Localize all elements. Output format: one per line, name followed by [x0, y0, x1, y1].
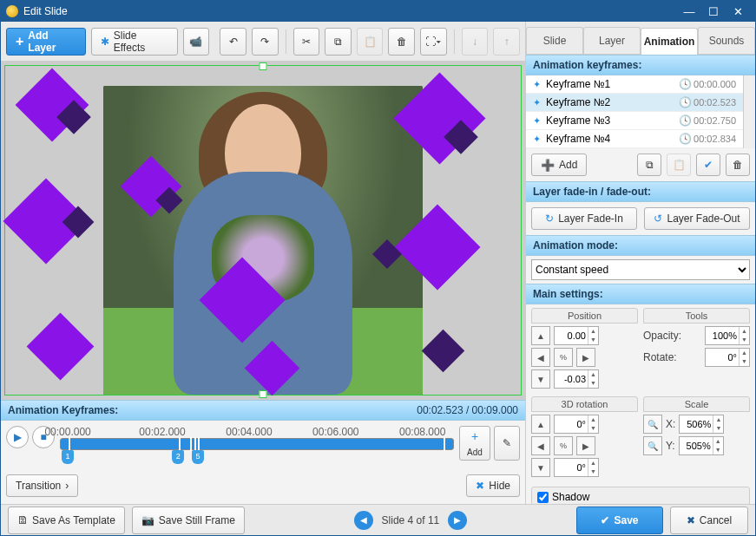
- main-settings-header: Main settings:: [526, 284, 755, 304]
- trash-icon: 🗑: [397, 36, 407, 48]
- rotate-input[interactable]: ▲▼: [705, 348, 750, 367]
- redo-icon: ↷: [260, 36, 269, 48]
- anim-mode-select[interactable]: Constant speed: [531, 259, 750, 280]
- save-still-button[interactable]: 📷Save Still Frame: [132, 507, 245, 534]
- paste-button[interactable]: 📋: [357, 28, 384, 56]
- maximize-button[interactable]: ☐: [701, 5, 726, 18]
- add-layer-button[interactable]: + Add Layer: [6, 28, 86, 56]
- prev-slide-button[interactable]: ◀: [354, 511, 373, 530]
- close-icon: ✖: [476, 480, 484, 492]
- minimize-button[interactable]: —: [677, 5, 701, 18]
- fullscreen-button[interactable]: ⛶▾: [420, 28, 447, 56]
- save-still-label: Save Still Frame: [159, 514, 235, 526]
- paste-icon: 📋: [673, 159, 686, 171]
- camera-button[interactable]: 📹: [183, 28, 210, 56]
- cancel-button[interactable]: ✖Cancel: [670, 507, 748, 534]
- tools-group: Tools: [643, 308, 750, 324]
- next-slide-button[interactable]: ▶: [448, 511, 467, 530]
- tab-animation[interactable]: Animation: [641, 28, 698, 55]
- keyframe-add-button[interactable]: ➕ Add: [531, 154, 587, 176]
- move-up-button[interactable]: ↑: [493, 28, 520, 56]
- timeline[interactable]: 00:00.000 00:02.000 00:04.000 00:06.000 …: [60, 426, 454, 466]
- keyframe-time: 🕓00:02.834: [679, 133, 736, 145]
- rot3d-right-button[interactable]: ▶: [576, 436, 595, 455]
- right-tabs: Slide Layer Animation Sounds: [526, 22, 755, 55]
- clock-icon: 🕓: [679, 133, 692, 145]
- timeline-add-button[interactable]: + Add: [459, 426, 490, 461]
- keyframe-delete-button[interactable]: 🗑: [726, 154, 750, 176]
- keyframe-marker[interactable]: 1: [62, 450, 74, 464]
- keyframe-marker[interactable]: 5: [192, 450, 204, 464]
- transition-label: Transition: [16, 480, 61, 492]
- keyframe-row[interactable]: ✦Keyframe №2🕓00:02.523: [526, 94, 743, 112]
- timeline-edit-button[interactable]: ✎: [494, 426, 520, 461]
- tab-sounds[interactable]: Sounds: [698, 27, 755, 54]
- rotate-label: Rotate:: [643, 351, 677, 363]
- nudge-left-button[interactable]: ◀: [531, 348, 550, 367]
- tab-slide[interactable]: Slide: [526, 27, 583, 54]
- cut-button[interactable]: ✂: [293, 28, 320, 56]
- shape-diamond[interactable]: [422, 330, 464, 372]
- rot3d-center-button[interactable]: %: [554, 436, 573, 455]
- scale-x-label: X:: [666, 418, 675, 430]
- pos-y-input[interactable]: ▲▼: [554, 369, 599, 389]
- keyframe-name: Keyframe №4: [546, 133, 610, 145]
- fade-in-icon: ↻: [545, 212, 554, 225]
- close-button[interactable]: ✕: [726, 5, 750, 18]
- opacity-label: Opacity:: [643, 330, 681, 342]
- paste-icon: 📋: [364, 36, 377, 48]
- save-label: Save: [614, 514, 638, 526]
- slide-effects-label: Slide Effects: [114, 29, 168, 54]
- scale-x-input[interactable]: ▲▼: [679, 415, 724, 434]
- slide-effects-button[interactable]: ✱ Slide Effects: [91, 28, 178, 56]
- redo-button[interactable]: ↷: [252, 28, 279, 56]
- shadow-checkbox[interactable]: [537, 492, 549, 503]
- shape-diamond[interactable]: [26, 312, 94, 380]
- keyframe-brush-button[interactable]: ✔: [696, 154, 720, 176]
- ruler-tick: 00:02.000: [139, 426, 185, 438]
- keyframe-copy-button[interactable]: ⧉: [637, 154, 661, 176]
- nudge-right-button[interactable]: ▶: [576, 348, 595, 367]
- timeline-track[interactable]: [60, 438, 454, 450]
- rot3d-a-input[interactable]: ▲▼: [554, 415, 599, 434]
- copy-button[interactable]: ⧉: [325, 28, 352, 56]
- plus-icon: +: [471, 429, 478, 443]
- pos-x-input[interactable]: ▲▼: [554, 326, 599, 345]
- hide-button[interactable]: ✖ Hide: [466, 474, 520, 497]
- keyframe-row[interactable]: ✦Keyframe №4🕓00:02.834: [526, 130, 743, 148]
- save-template-button[interactable]: 🖺Save As Template: [8, 507, 125, 534]
- delete-button[interactable]: 🗑: [388, 28, 415, 56]
- play-icon: ▶: [14, 431, 22, 443]
- nudge-down-button[interactable]: ▼: [531, 369, 550, 389]
- scale-y-input[interactable]: ▲▼: [679, 436, 724, 455]
- tab-layer[interactable]: Layer: [583, 27, 641, 54]
- x-icon: ✖: [687, 514, 695, 526]
- canvas[interactable]: [1, 62, 525, 399]
- scale-group: Scale: [643, 396, 750, 412]
- zoom-in-button[interactable]: 🔍: [643, 415, 662, 434]
- zoom-out-button[interactable]: 🔍: [643, 436, 662, 455]
- keyframe-row[interactable]: ✦Keyframe №3🕓00:02.750: [526, 112, 743, 130]
- scrollbar[interactable]: [743, 75, 755, 148]
- undo-button[interactable]: ↶: [220, 28, 247, 56]
- keyframe-time: 🕓00:02.750: [679, 114, 736, 127]
- keyframe-row[interactable]: ✦Keyframe №1🕓00:00.000: [526, 75, 743, 94]
- undo-icon: ↶: [229, 36, 238, 48]
- nudge-up-button[interactable]: ▲: [531, 326, 550, 345]
- move-down-button[interactable]: ↓: [462, 28, 489, 56]
- fade-out-button[interactable]: ↺Layer Fade-Out: [644, 207, 750, 230]
- rot3d-down-button[interactable]: ▼: [531, 458, 550, 477]
- rotation3d-group: 3D rotation: [531, 396, 638, 412]
- center-button[interactable]: %: [554, 348, 573, 367]
- keyframe-marker[interactable]: 2: [172, 450, 184, 464]
- fade-in-button[interactable]: ↻Layer Fade-In: [531, 207, 637, 230]
- keyframe-paste-button[interactable]: 📋: [667, 154, 691, 176]
- play-button[interactable]: ▶: [6, 426, 29, 448]
- rot3d-left-button[interactable]: ◀: [531, 436, 550, 455]
- opacity-input[interactable]: ▲▼: [705, 326, 750, 345]
- transition-button[interactable]: Transition ›: [6, 474, 78, 497]
- save-button[interactable]: ✔Save: [576, 507, 663, 534]
- scale-y-label: Y:: [666, 440, 675, 452]
- rot3d-up-button[interactable]: ▲: [531, 415, 550, 434]
- rot3d-b-input[interactable]: ▲▼: [554, 458, 599, 477]
